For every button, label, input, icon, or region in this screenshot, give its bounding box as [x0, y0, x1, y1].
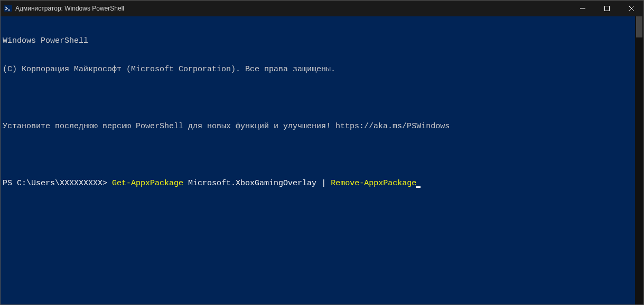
- maximize-icon: [604, 6, 610, 11]
- close-button[interactable]: [619, 1, 643, 16]
- prompt-text: PS C:\Users\XXXXXXXXX>: [3, 179, 112, 188]
- minimize-button[interactable]: [571, 1, 595, 16]
- cmd-pipe: |: [321, 179, 326, 188]
- prompt-line: PS C:\Users\XXXXXXXXX> Get-AppxPackage M…: [3, 179, 641, 188]
- titlebar[interactable]: Администратор: Windows PowerShell: [1, 1, 643, 16]
- close-icon: [629, 6, 634, 11]
- terminal-area[interactable]: Windows PowerShell (C) Корпорация Майкро…: [1, 16, 643, 304]
- maximize-button[interactable]: [595, 1, 619, 16]
- minimize-icon: [580, 6, 585, 11]
- notice-line: Установите последнюю версию PowerShell д…: [3, 122, 641, 131]
- blank-line-2: [3, 150, 641, 160]
- powershell-icon: [4, 4, 12, 13]
- header-line-1: Windows PowerShell: [3, 36, 641, 46]
- svg-rect-3: [605, 6, 610, 11]
- scrollbar-thumb[interactable]: [636, 16, 642, 37]
- window-controls: [571, 1, 643, 16]
- cmd-get: Get-AppxPackage: [112, 179, 183, 188]
- cursor: [416, 186, 421, 188]
- header-line-2: (C) Корпорация Майкрософт (Microsoft Cor…: [3, 65, 641, 74]
- powershell-window: Администратор: Windows PowerShell: [0, 0, 644, 305]
- blank-line-1: [3, 93, 641, 103]
- cmd-remove: Remove-AppxPackage: [326, 179, 416, 188]
- vertical-scrollbar[interactable]: [635, 16, 643, 304]
- window-title: Администратор: Windows PowerShell: [15, 5, 124, 12]
- cmd-arg: Microsoft.XboxGamingOverlay: [183, 179, 321, 188]
